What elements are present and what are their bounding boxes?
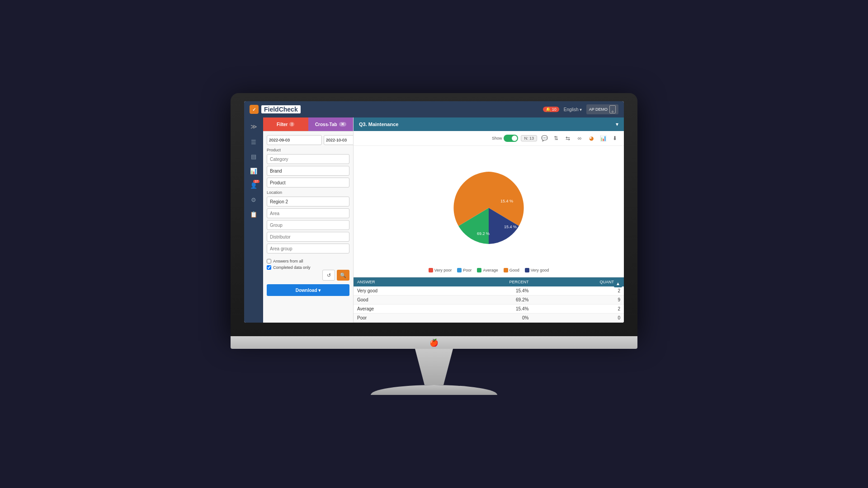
user-badge[interactable]: AP DEMO <box>586 104 618 114</box>
region-input[interactable] <box>267 197 349 206</box>
reset-button[interactable]: ↺ <box>322 270 335 281</box>
very-good-label: 15.4 % <box>504 225 517 229</box>
show-toggle-switch[interactable] <box>504 135 518 142</box>
search-button[interactable]: 🔍 <box>337 270 349 281</box>
notification-count: 10 <box>552 107 557 112</box>
sidebar-toggle[interactable]: ≫ <box>247 121 260 132</box>
chart-container: 15.4 % 15.4 % 69.2 % Very poor <box>354 146 624 277</box>
imac-chin: 🍎 <box>231 336 637 349</box>
user-label: AP DEMO <box>589 107 608 112</box>
legend-very-poor: Very poor <box>429 268 452 272</box>
date-from-input[interactable] <box>267 135 322 145</box>
brand-input[interactable] <box>267 166 349 176</box>
device-icon <box>609 105 616 113</box>
table-row: Average 15.4% 2 <box>354 305 624 314</box>
collapse-icon[interactable]: ▾ <box>616 121 618 127</box>
results-table: ANSWER PERCENT QUANTITY ▲ <box>354 277 624 323</box>
poor-dot <box>457 268 462 272</box>
quantity-average: 2 <box>532 305 624 314</box>
filter-label: Filter <box>277 122 288 127</box>
download-report-icon[interactable]: ⬇ <box>610 134 619 143</box>
sidebar: ≫ ☰ ▤ 📊 👤 37 ⚙ 📋 <box>244 117 263 323</box>
percent-good: 69.2% <box>444 296 532 305</box>
poor-label: Poor <box>463 268 472 272</box>
bell-icon: 🔔 <box>546 107 551 112</box>
filter-badge: ! <box>289 122 294 127</box>
average-label: 69.2 % <box>477 231 490 236</box>
sidebar-item-chart[interactable]: 📊 <box>247 164 260 177</box>
very-poor-label: Very poor <box>434 268 452 272</box>
pie-chart-icon[interactable]: ◕ <box>587 134 596 143</box>
answer-very-good: Very good <box>354 286 444 296</box>
completed-data-checkbox[interactable] <box>267 265 271 270</box>
answer-good: Good <box>354 296 444 305</box>
brand-name: FieldCheck <box>261 105 301 113</box>
area-input[interactable] <box>267 208 349 218</box>
very-good-label-text: Very good <box>531 268 549 272</box>
percent-average: 15.4% <box>444 305 532 314</box>
answers-from-all-checkbox[interactable] <box>267 259 271 263</box>
filter-tabs: Filter ! Cross-Tab ✕ <box>263 117 353 131</box>
notification-badge[interactable]: 🔔 10 <box>543 107 559 112</box>
quantity-poor: 0 <box>532 314 624 323</box>
category-input[interactable] <box>267 154 349 164</box>
imac-stand-neck <box>402 349 466 385</box>
product-section-label: Product <box>267 148 349 152</box>
average-label-text: Average <box>483 268 498 272</box>
toggle-knob <box>512 136 517 141</box>
good-label-text: Good <box>509 268 519 272</box>
report-area: Q3. Maintenance ▾ Show N: 13 <box>354 117 624 323</box>
sidebar-item-users[interactable]: 👤 37 <box>247 179 260 192</box>
report-header: Q3. Maintenance ▾ <box>354 117 624 131</box>
n-count: N: 13 <box>521 135 537 141</box>
product-input[interactable] <box>267 178 349 188</box>
table-body: Very good 15.4% 2 Good 69.2% 9 <box>354 286 624 323</box>
completed-data-label: Completed data only <box>273 265 311 270</box>
chevron-down-icon: ▾ <box>580 107 582 112</box>
very-poor-dot <box>429 268 433 272</box>
comment-icon[interactable]: 💬 <box>540 134 549 143</box>
sidebar-item-settings[interactable]: ⚙ <box>247 193 260 206</box>
data-table: ANSWER PERCENT QUANTITY ▲ <box>354 277 624 323</box>
brand-logo: ✓ FieldCheck <box>250 105 301 114</box>
download-label: Download ▾ <box>296 288 321 293</box>
sidebar-item-reports[interactable]: 📋 <box>247 208 260 221</box>
answers-from-all-row: Answers from all <box>267 259 349 263</box>
language-selector[interactable]: English ▾ <box>564 107 582 112</box>
date-to-input[interactable] <box>324 135 354 145</box>
pie-chart: 15.4 % 15.4 % 69.2 % <box>443 163 534 253</box>
completed-data-row: Completed data only <box>267 265 349 270</box>
show-toggle-group: Show <box>492 135 519 142</box>
good-dot <box>504 268 508 272</box>
imac-stand-base <box>371 385 497 395</box>
bar-chart-icon[interactable]: 📊 <box>599 134 608 143</box>
answers-from-all-label: Answers from all <box>273 259 303 263</box>
answer-average: Average <box>354 305 444 314</box>
crosstab-badge: ✕ <box>339 122 346 127</box>
distributor-input[interactable] <box>267 232 349 242</box>
legend-poor: Poor <box>457 268 472 272</box>
sort-asc-icon[interactable]: ⇅ <box>552 134 561 143</box>
users-badge: 37 <box>253 180 259 183</box>
download-button[interactable]: Download ▾ <box>267 284 349 296</box>
sort-desc-icon[interactable]: ⇆ <box>563 134 572 143</box>
quantity-good: 9 <box>532 296 624 305</box>
percent-very-good: 15.4% <box>444 286 532 296</box>
language-label: English <box>564 107 579 112</box>
sidebar-item-list[interactable]: ▤ <box>247 150 260 163</box>
table-row: Poor 0% 0 <box>354 314 624 323</box>
legend-average: Average <box>477 268 498 272</box>
legend-good: Good <box>504 268 519 272</box>
tab-filter[interactable]: Filter ! <box>263 117 308 131</box>
scroll-up-button[interactable]: ▲ <box>614 279 622 287</box>
sidebar-item-menu[interactable]: ☰ <box>247 136 260 148</box>
tab-crosstab[interactable]: Cross-Tab ✕ <box>308 117 354 131</box>
infinity-icon[interactable]: ∞ <box>575 134 584 143</box>
table-row: Very good 15.4% 2 <box>354 286 624 296</box>
area-group-input[interactable] <box>267 244 349 253</box>
filter-body: Product Location <box>263 131 353 257</box>
filter-actions: ↺ 🔍 <box>263 270 353 284</box>
main-content: ≫ ☰ ▤ 📊 👤 37 ⚙ 📋 <box>244 117 624 323</box>
group-input[interactable] <box>267 220 349 230</box>
quantity-very-good: 2 <box>532 286 624 296</box>
